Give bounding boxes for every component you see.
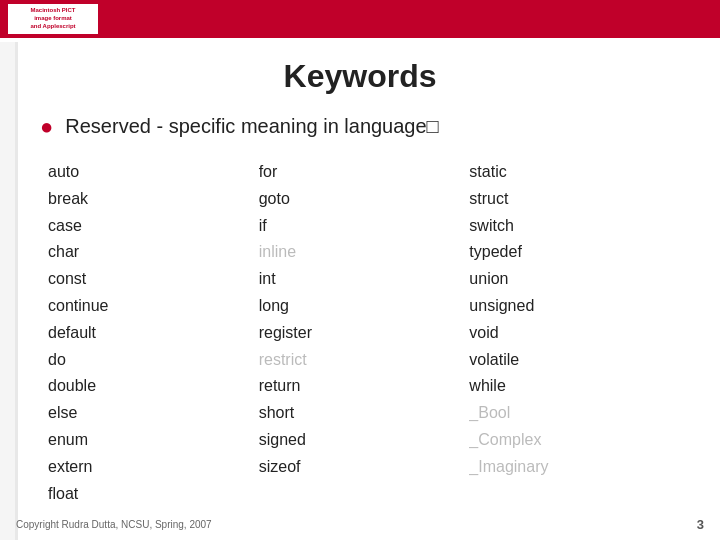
- kw-item: char: [48, 240, 259, 265]
- kw-item: volatile: [469, 348, 680, 373]
- kw-item: void: [469, 321, 680, 346]
- kw-item: const: [48, 267, 259, 292]
- logo-area: Macintosh PICTimage formatand Applescrip…: [0, 4, 98, 34]
- footer: Copyright Rudra Dutta, NCSU, Spring, 200…: [0, 517, 720, 532]
- kw-item: for: [259, 160, 470, 185]
- kw-item: enum: [48, 428, 259, 453]
- kw-item: continue: [48, 294, 259, 319]
- kw-column-2: staticstructswitchtypedefunionunsignedvo…: [469, 160, 680, 506]
- kw-item: sizeof: [259, 455, 470, 480]
- bullet-dot: ●: [40, 116, 53, 138]
- header-right-bar: [98, 0, 720, 38]
- kw-item: while: [469, 374, 680, 399]
- kw-item: extern: [48, 455, 259, 480]
- kw-item: case: [48, 214, 259, 239]
- kw-item: auto: [48, 160, 259, 185]
- kw-item: unsigned: [469, 294, 680, 319]
- kw-item: short: [259, 401, 470, 426]
- keywords-grid: autobreakcasecharconstcontinuedefaultdod…: [48, 160, 680, 506]
- kw-item: _Bool: [469, 401, 680, 426]
- main-content: Keywords ● Reserved - specific meaning i…: [0, 38, 720, 516]
- kw-item: default: [48, 321, 259, 346]
- bullet-row: ● Reserved - specific meaning in languag…: [40, 115, 680, 138]
- header-bar: Macintosh PICTimage formatand Applescrip…: [0, 0, 720, 38]
- kw-item: _Imaginary: [469, 455, 680, 480]
- kw-column-0: autobreakcasecharconstcontinuedefaultdod…: [48, 160, 259, 506]
- logo-block: Macintosh PICTimage formatand Applescrip…: [8, 4, 98, 34]
- kw-item: break: [48, 187, 259, 212]
- kw-column-1: forgotoifinlineintlongregisterrestrictre…: [259, 160, 470, 506]
- kw-item: float: [48, 482, 259, 507]
- kw-item: signed: [259, 428, 470, 453]
- page-title: Keywords: [40, 58, 680, 95]
- bullet-text: Reserved - specific meaning in language□: [65, 115, 438, 138]
- kw-item: int: [259, 267, 470, 292]
- footer-copyright: Copyright Rudra Dutta, NCSU, Spring, 200…: [16, 519, 212, 530]
- kw-item: double: [48, 374, 259, 399]
- kw-item: struct: [469, 187, 680, 212]
- kw-item: goto: [259, 187, 470, 212]
- kw-item: static: [469, 160, 680, 185]
- kw-item: inline: [259, 240, 470, 265]
- kw-item: return: [259, 374, 470, 399]
- kw-item: restrict: [259, 348, 470, 373]
- kw-item: do: [48, 348, 259, 373]
- kw-item: typedef: [469, 240, 680, 265]
- kw-item: register: [259, 321, 470, 346]
- kw-item: switch: [469, 214, 680, 239]
- kw-item: if: [259, 214, 470, 239]
- kw-item: union: [469, 267, 680, 292]
- left-sidebar-bar: [0, 42, 18, 540]
- kw-item: else: [48, 401, 259, 426]
- kw-item: _Complex: [469, 428, 680, 453]
- footer-page-number: 3: [697, 517, 704, 532]
- kw-item: long: [259, 294, 470, 319]
